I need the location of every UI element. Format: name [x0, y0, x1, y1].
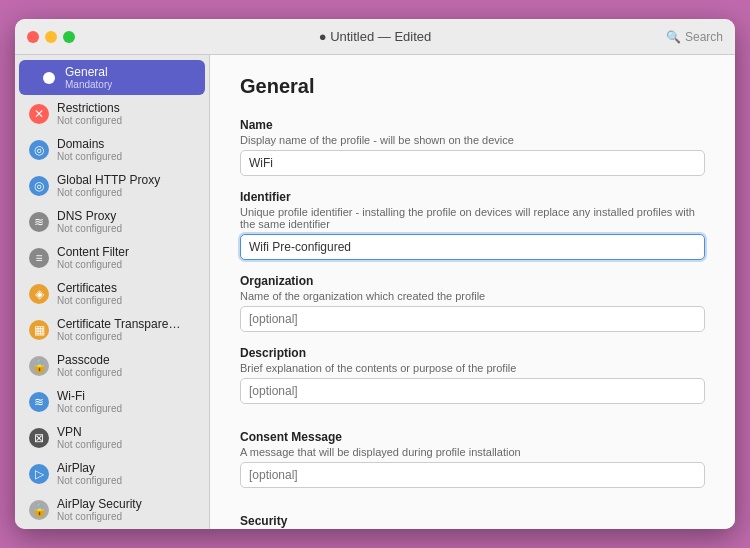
- sidebar-item-label-domains: Domains: [57, 137, 122, 151]
- sidebar-item-text-general: General Mandatory: [65, 65, 112, 90]
- divider-security: [240, 502, 705, 514]
- sidebar-item-content-filter[interactable]: ≡ Content Filter Not configured: [19, 240, 205, 275]
- search-area[interactable]: 🔍 Search: [666, 30, 723, 44]
- identifier-desc: Unique profile identifier - installing t…: [240, 206, 705, 230]
- traffic-lights: [27, 31, 75, 43]
- cert-trans-icon: ▦: [29, 320, 49, 340]
- sidebar-item-text-restrictions: Restrictions Not configured: [57, 101, 122, 126]
- sidebar-item-wifi[interactable]: ≋ Wi-Fi Not configured: [19, 384, 205, 419]
- description-input[interactable]: [240, 378, 705, 404]
- field-group-organization: Organization Name of the organization wh…: [240, 274, 705, 332]
- sidebar-item-sublabel-cert-trans: Not configured: [57, 331, 180, 342]
- sidebar-item-text-cert-trans: Certificate Transpare… Not configured: [57, 317, 180, 342]
- sidebar-item-airprint[interactable]: ⬜ AirPrint Not configured: [19, 528, 205, 529]
- sidebar-item-sublabel-wifi: Not configured: [57, 403, 122, 414]
- sidebar-item-label-certificates: Certificates: [57, 281, 122, 295]
- sidebar-item-domains[interactable]: ◎ Domains Not configured: [19, 132, 205, 167]
- main-window: ● Untitled — Edited 🔍 Search General Man…: [15, 19, 735, 529]
- organization-label: Organization: [240, 274, 705, 288]
- sidebar: General Mandatory ✕ Restrictions Not con…: [15, 55, 210, 529]
- sidebar-item-text-dns-proxy: DNS Proxy Not configured: [57, 209, 122, 234]
- sidebar-item-sublabel-dns-proxy: Not configured: [57, 223, 122, 234]
- page-title: General: [240, 75, 705, 98]
- sidebar-item-sublabel-restrictions: Not configured: [57, 115, 122, 126]
- minimize-button[interactable]: [45, 31, 57, 43]
- sidebar-item-sublabel-airplay-security: Not configured: [57, 511, 142, 522]
- sidebar-item-certificates[interactable]: ◈ Certificates Not configured: [19, 276, 205, 311]
- sidebar-item-label-cert-trans: Certificate Transpare…: [57, 317, 180, 331]
- sidebar-item-label-wifi: Wi-Fi: [57, 389, 122, 403]
- sidebar-item-label-passcode: Passcode: [57, 353, 122, 367]
- field-group-description: Description Brief explanation of the con…: [240, 346, 705, 404]
- sidebar-item-label-general: General: [65, 65, 112, 79]
- sidebar-item-text-airplay-security: AirPlay Security Not configured: [57, 497, 142, 522]
- field-group-security: Security Controls when the profile can b…: [240, 514, 705, 529]
- sidebar-item-text-wifi: Wi-Fi Not configured: [57, 389, 122, 414]
- sidebar-item-sublabel-global-http: Not configured: [57, 187, 160, 198]
- sidebar-item-dns-proxy[interactable]: ≋ DNS Proxy Not configured: [19, 204, 205, 239]
- sidebar-item-label-airplay: AirPlay: [57, 461, 122, 475]
- global-http-icon: ◎: [29, 176, 49, 196]
- domains-icon: ◎: [29, 140, 49, 160]
- identifier-label: Identifier: [240, 190, 705, 204]
- consent-message-desc: A message that will be displayed during …: [240, 446, 705, 458]
- maximize-button[interactable]: [63, 31, 75, 43]
- organization-desc: Name of the organization which created t…: [240, 290, 705, 302]
- sidebar-item-label-dns-proxy: DNS Proxy: [57, 209, 122, 223]
- sidebar-item-label-airplay-security: AirPlay Security: [57, 497, 142, 511]
- content-filter-icon: ≡: [29, 248, 49, 268]
- sidebar-item-sublabel-passcode: Not configured: [57, 367, 122, 378]
- security-label: Security: [240, 514, 705, 528]
- sidebar-item-sublabel-airplay: Not configured: [57, 475, 122, 486]
- sidebar-item-sublabel-general: Mandatory: [65, 79, 112, 90]
- description-label: Description: [240, 346, 705, 360]
- toggle-icon: [29, 70, 57, 86]
- consent-message-input[interactable]: [240, 462, 705, 488]
- main-panel: General Name Display name of the profile…: [210, 55, 735, 529]
- name-input[interactable]: [240, 150, 705, 176]
- search-label: Search: [685, 30, 723, 44]
- airplay-icon: ▷: [29, 464, 49, 484]
- titlebar: ● Untitled — Edited 🔍 Search: [15, 19, 735, 55]
- sidebar-item-sublabel-vpn: Not configured: [57, 439, 122, 450]
- sidebar-item-sublabel-domains: Not configured: [57, 151, 122, 162]
- identifier-input[interactable]: [240, 234, 705, 260]
- divider-consent-message: [240, 418, 705, 430]
- sidebar-item-text-content-filter: Content Filter Not configured: [57, 245, 129, 270]
- description-desc: Brief explanation of the contents or pur…: [240, 362, 705, 374]
- sidebar-item-label-restrictions: Restrictions: [57, 101, 122, 115]
- sidebar-item-text-airplay: AirPlay Not configured: [57, 461, 122, 486]
- sidebar-item-sublabel-certificates: Not configured: [57, 295, 122, 306]
- dns-proxy-icon: ≋: [29, 212, 49, 232]
- sidebar-item-global-http[interactable]: ◎ Global HTTP Proxy Not configured: [19, 168, 205, 203]
- sidebar-item-cert-trans[interactable]: ▦ Certificate Transpare… Not configured: [19, 312, 205, 347]
- sidebar-item-passcode[interactable]: 🔒 Passcode Not configured: [19, 348, 205, 383]
- sidebar-item-label-content-filter: Content Filter: [57, 245, 129, 259]
- certificates-icon: ◈: [29, 284, 49, 304]
- sidebar-item-label-vpn: VPN: [57, 425, 122, 439]
- sidebar-item-text-vpn: VPN Not configured: [57, 425, 122, 450]
- window-title: ● Untitled — Edited: [319, 29, 432, 44]
- field-group-name: Name Display name of the profile - will …: [240, 118, 705, 176]
- sidebar-item-text-domains: Domains Not configured: [57, 137, 122, 162]
- sidebar-item-vpn[interactable]: ⊠ VPN Not configured: [19, 420, 205, 455]
- wifi-icon: ≋: [29, 392, 49, 412]
- field-group-consent-message: Consent Message A message that will be d…: [240, 430, 705, 488]
- sidebar-item-text-global-http: Global HTTP Proxy Not configured: [57, 173, 160, 198]
- sidebar-item-sublabel-content-filter: Not configured: [57, 259, 129, 270]
- sidebar-item-airplay[interactable]: ▷ AirPlay Not configured: [19, 456, 205, 491]
- search-icon: 🔍: [666, 30, 681, 44]
- sidebar-item-airplay-security[interactable]: 🔒 AirPlay Security Not configured: [19, 492, 205, 527]
- sidebar-item-text-certificates: Certificates Not configured: [57, 281, 122, 306]
- vpn-icon: ⊠: [29, 428, 49, 448]
- organization-input[interactable]: [240, 306, 705, 332]
- sidebar-item-general[interactable]: General Mandatory: [19, 60, 205, 95]
- close-button[interactable]: [27, 31, 39, 43]
- field-group-identifier: Identifier Unique profile identifier - i…: [240, 190, 705, 260]
- sidebar-item-restrictions[interactable]: ✕ Restrictions Not configured: [19, 96, 205, 131]
- sidebar-item-text-passcode: Passcode Not configured: [57, 353, 122, 378]
- content-area: General Mandatory ✕ Restrictions Not con…: [15, 55, 735, 529]
- passcode-icon: 🔒: [29, 356, 49, 376]
- name-desc: Display name of the profile - will be sh…: [240, 134, 705, 146]
- consent-message-label: Consent Message: [240, 430, 705, 444]
